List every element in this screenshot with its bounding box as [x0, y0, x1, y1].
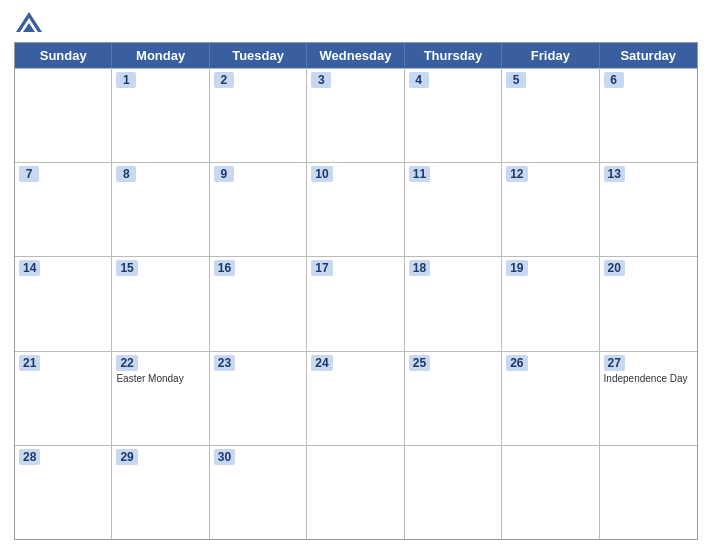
- header-tuesday: Tuesday: [210, 43, 307, 68]
- calendar-cell: [502, 446, 599, 539]
- calendar-cell: 14: [15, 257, 112, 350]
- header-friday: Friday: [502, 43, 599, 68]
- calendar-cell: 2: [210, 69, 307, 162]
- calendar-header-row: Sunday Monday Tuesday Wednesday Thursday…: [15, 43, 697, 68]
- cell-day-number: 10: [311, 166, 332, 182]
- header-thursday: Thursday: [405, 43, 502, 68]
- cell-day-number: 25: [409, 355, 430, 371]
- calendar-cell: 17: [307, 257, 404, 350]
- cell-day-number: 14: [19, 260, 40, 276]
- calendar-week-3: 14151617181920: [15, 256, 697, 350]
- cell-day-number: 27: [604, 355, 625, 371]
- calendar-cell: [600, 446, 697, 539]
- cell-day-number: 5: [506, 72, 526, 88]
- calendar-cell: 16: [210, 257, 307, 350]
- cell-day-number: 6: [604, 72, 624, 88]
- cell-event-label: Easter Monday: [116, 373, 204, 385]
- calendar-cell: 1: [112, 69, 209, 162]
- header-sunday: Sunday: [15, 43, 112, 68]
- cell-day-number: 29: [116, 449, 137, 465]
- calendar-cell: [15, 69, 112, 162]
- cell-day-number: 26: [506, 355, 527, 371]
- calendar-cell: 24: [307, 352, 404, 445]
- cell-day-number: 20: [604, 260, 625, 276]
- cell-day-number: 16: [214, 260, 235, 276]
- calendar-cell: 29: [112, 446, 209, 539]
- calendar-cell: 9: [210, 163, 307, 256]
- calendar-grid: Sunday Monday Tuesday Wednesday Thursday…: [14, 42, 698, 540]
- cell-day-number: 30: [214, 449, 235, 465]
- calendar-week-4: 2122Easter Monday2324252627Independence …: [15, 351, 697, 445]
- cell-day-number: 2: [214, 72, 234, 88]
- cell-day-number: 11: [409, 166, 430, 182]
- cell-day-number: 4: [409, 72, 429, 88]
- calendar-week-1: 123456: [15, 68, 697, 162]
- cell-day-number: 17: [311, 260, 332, 276]
- cell-event-label: Independence Day: [604, 373, 693, 385]
- calendar-cell: 18: [405, 257, 502, 350]
- calendar-cell: 12: [502, 163, 599, 256]
- calendar-cell: [307, 446, 404, 539]
- calendar-cell: 19: [502, 257, 599, 350]
- calendar-cell: 30: [210, 446, 307, 539]
- calendar-cell: 23: [210, 352, 307, 445]
- cell-day-number: 1: [116, 72, 136, 88]
- calendar-cell: 15: [112, 257, 209, 350]
- cell-day-number: 23: [214, 355, 235, 371]
- header-wednesday: Wednesday: [307, 43, 404, 68]
- calendar-cell: 21: [15, 352, 112, 445]
- calendar-body: 12345678910111213141516171819202122Easte…: [15, 68, 697, 539]
- calendar-cell: 5: [502, 69, 599, 162]
- calendar-week-2: 78910111213: [15, 162, 697, 256]
- calendar-cell: 11: [405, 163, 502, 256]
- calendar-cell: 7: [15, 163, 112, 256]
- cell-day-number: 15: [116, 260, 137, 276]
- logo-icon: [14, 10, 44, 36]
- calendar-cell: 3: [307, 69, 404, 162]
- cell-day-number: 19: [506, 260, 527, 276]
- header-monday: Monday: [112, 43, 209, 68]
- cell-day-number: 7: [19, 166, 39, 182]
- cell-day-number: 24: [311, 355, 332, 371]
- calendar-cell: 28: [15, 446, 112, 539]
- cell-day-number: 28: [19, 449, 40, 465]
- cell-day-number: 18: [409, 260, 430, 276]
- calendar-cell: 6: [600, 69, 697, 162]
- calendar-page: Sunday Monday Tuesday Wednesday Thursday…: [0, 0, 712, 550]
- calendar-cell: 8: [112, 163, 209, 256]
- cell-day-number: 3: [311, 72, 331, 88]
- calendar-cell: 13: [600, 163, 697, 256]
- calendar-cell: 26: [502, 352, 599, 445]
- cell-day-number: 9: [214, 166, 234, 182]
- cell-day-number: 22: [116, 355, 137, 371]
- header-saturday: Saturday: [600, 43, 697, 68]
- calendar-cell: 22Easter Monday: [112, 352, 209, 445]
- cell-day-number: 12: [506, 166, 527, 182]
- logo: [14, 10, 48, 36]
- calendar-cell: 4: [405, 69, 502, 162]
- cell-day-number: 8: [116, 166, 136, 182]
- page-header: [14, 10, 698, 36]
- calendar-cell: [405, 446, 502, 539]
- calendar-cell: 27Independence Day: [600, 352, 697, 445]
- calendar-cell: 20: [600, 257, 697, 350]
- cell-day-number: 21: [19, 355, 40, 371]
- calendar-week-5: 282930: [15, 445, 697, 539]
- cell-day-number: 13: [604, 166, 625, 182]
- calendar-cell: 25: [405, 352, 502, 445]
- calendar-cell: 10: [307, 163, 404, 256]
